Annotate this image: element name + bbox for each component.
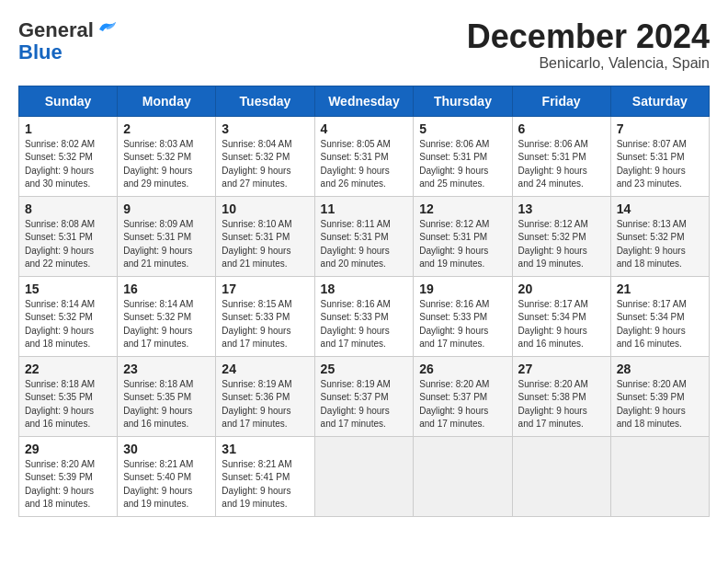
day-number: 11 [321, 201, 408, 216]
day-info: Sunrise: 8:04 AM Sunset: 5:32 PM Dayligh… [222, 138, 308, 191]
day-number: 7 [617, 121, 703, 136]
day-number: 16 [123, 282, 210, 296]
calendar-cell: 22Sunrise: 8:18 AM Sunset: 5:35 PM Dayli… [19, 356, 118, 436]
day-number: 20 [518, 282, 605, 296]
calendar-cell: 29Sunrise: 8:20 AM Sunset: 5:39 PM Dayli… [19, 436, 118, 516]
column-header-thursday: Thursday [414, 86, 512, 116]
column-header-monday: Monday [118, 86, 216, 116]
day-info: Sunrise: 8:21 AM Sunset: 5:40 PM Dayligh… [123, 458, 210, 511]
logo-blue: Blue [18, 40, 63, 64]
day-number: 6 [518, 121, 605, 136]
day-info: Sunrise: 8:17 AM Sunset: 5:34 PM Dayligh… [518, 298, 605, 351]
calendar-cell: 19Sunrise: 8:16 AM Sunset: 5:33 PM Dayli… [414, 276, 512, 356]
day-number: 8 [25, 201, 111, 216]
calendar-cell [314, 436, 414, 516]
calendar-cell: 3Sunrise: 8:04 AM Sunset: 5:32 PM Daylig… [216, 116, 314, 196]
day-info: Sunrise: 8:14 AM Sunset: 5:32 PM Dayligh… [123, 298, 210, 351]
calendar-week-1: 1Sunrise: 8:02 AM Sunset: 5:32 PM Daylig… [19, 116, 710, 196]
day-info: Sunrise: 8:13 AM Sunset: 5:32 PM Dayligh… [617, 218, 703, 271]
calendar-cell: 11Sunrise: 8:11 AM Sunset: 5:31 PM Dayli… [314, 196, 414, 276]
calendar-cell: 13Sunrise: 8:12 AM Sunset: 5:32 PM Dayli… [512, 196, 610, 276]
page-header: General Blue December 2024 Benicarlo, Va… [18, 18, 710, 72]
day-number: 21 [617, 282, 703, 296]
calendar-cell: 1Sunrise: 8:02 AM Sunset: 5:32 PM Daylig… [19, 116, 118, 196]
calendar-cell [512, 436, 610, 516]
calendar-cell: 14Sunrise: 8:13 AM Sunset: 5:32 PM Dayli… [610, 196, 709, 276]
calendar-cell: 12Sunrise: 8:12 AM Sunset: 5:31 PM Dayli… [414, 196, 512, 276]
column-header-wednesday: Wednesday [314, 86, 414, 116]
calendar-cell: 20Sunrise: 8:17 AM Sunset: 5:34 PM Dayli… [512, 276, 610, 356]
calendar-cell: 15Sunrise: 8:14 AM Sunset: 5:32 PM Dayli… [19, 276, 118, 356]
calendar-cell: 16Sunrise: 8:14 AM Sunset: 5:32 PM Dayli… [118, 276, 216, 356]
day-number: 28 [617, 362, 703, 376]
calendar-week-5: 29Sunrise: 8:20 AM Sunset: 5:39 PM Dayli… [19, 436, 710, 516]
calendar-cell: 10Sunrise: 8:10 AM Sunset: 5:31 PM Dayli… [216, 196, 314, 276]
calendar-cell: 4Sunrise: 8:05 AM Sunset: 5:31 PM Daylig… [314, 116, 414, 196]
day-number: 1 [25, 121, 111, 136]
day-number: 10 [222, 201, 308, 216]
calendar-week-3: 15Sunrise: 8:14 AM Sunset: 5:32 PM Dayli… [19, 276, 710, 356]
day-info: Sunrise: 8:12 AM Sunset: 5:32 PM Dayligh… [518, 218, 605, 271]
day-number: 27 [518, 362, 605, 376]
day-info: Sunrise: 8:19 AM Sunset: 5:37 PM Dayligh… [321, 378, 408, 431]
calendar-cell: 28Sunrise: 8:20 AM Sunset: 5:39 PM Dayli… [610, 356, 709, 436]
calendar-cell: 23Sunrise: 8:18 AM Sunset: 5:35 PM Dayli… [118, 356, 216, 436]
day-number: 5 [419, 121, 506, 136]
day-number: 26 [419, 362, 506, 376]
calendar-cell: 25Sunrise: 8:19 AM Sunset: 5:37 PM Dayli… [314, 356, 414, 436]
logo: General Blue [18, 18, 118, 64]
calendar-cell: 18Sunrise: 8:16 AM Sunset: 5:33 PM Dayli… [314, 276, 414, 356]
day-number: 4 [321, 121, 408, 136]
day-number: 12 [419, 201, 506, 216]
day-info: Sunrise: 8:20 AM Sunset: 5:37 PM Dayligh… [419, 378, 506, 431]
calendar-cell: 17Sunrise: 8:15 AM Sunset: 5:33 PM Dayli… [216, 276, 314, 356]
column-header-saturday: Saturday [610, 86, 709, 116]
day-info: Sunrise: 8:14 AM Sunset: 5:32 PM Dayligh… [25, 298, 111, 351]
day-number: 13 [518, 201, 605, 216]
calendar-cell: 2Sunrise: 8:03 AM Sunset: 5:32 PM Daylig… [118, 116, 216, 196]
calendar-body: 1Sunrise: 8:02 AM Sunset: 5:32 PM Daylig… [19, 116, 710, 516]
calendar-cell: 6Sunrise: 8:06 AM Sunset: 5:31 PM Daylig… [512, 116, 610, 196]
calendar-header-row: SundayMondayTuesdayWednesdayThursdayFrid… [19, 86, 710, 116]
calendar-week-2: 8Sunrise: 8:08 AM Sunset: 5:31 PM Daylig… [19, 196, 710, 276]
day-number: 19 [419, 282, 506, 296]
calendar-cell [414, 436, 512, 516]
day-number: 17 [222, 282, 308, 296]
logo-general: General [18, 18, 94, 42]
day-info: Sunrise: 8:20 AM Sunset: 5:39 PM Dayligh… [617, 378, 703, 431]
day-info: Sunrise: 8:09 AM Sunset: 5:31 PM Dayligh… [123, 218, 210, 271]
day-info: Sunrise: 8:12 AM Sunset: 5:31 PM Dayligh… [419, 218, 506, 271]
month-title: December 2024 [467, 18, 710, 55]
column-header-tuesday: Tuesday [216, 86, 314, 116]
day-number: 2 [123, 121, 210, 136]
day-info: Sunrise: 8:20 AM Sunset: 5:38 PM Dayligh… [518, 378, 605, 431]
day-number: 25 [321, 362, 408, 376]
day-info: Sunrise: 8:11 AM Sunset: 5:31 PM Dayligh… [321, 218, 408, 271]
calendar-table: SundayMondayTuesdayWednesdayThursdayFrid… [18, 86, 710, 517]
day-info: Sunrise: 8:18 AM Sunset: 5:35 PM Dayligh… [25, 378, 111, 431]
logo-bird-icon [97, 20, 118, 37]
day-info: Sunrise: 8:08 AM Sunset: 5:31 PM Dayligh… [25, 218, 111, 271]
day-number: 23 [123, 362, 210, 376]
day-info: Sunrise: 8:15 AM Sunset: 5:33 PM Dayligh… [222, 298, 308, 351]
day-number: 24 [222, 362, 308, 376]
calendar-cell: 9Sunrise: 8:09 AM Sunset: 5:31 PM Daylig… [118, 196, 216, 276]
day-number: 29 [25, 442, 111, 456]
day-number: 22 [25, 362, 111, 376]
calendar-cell: 5Sunrise: 8:06 AM Sunset: 5:31 PM Daylig… [414, 116, 512, 196]
day-number: 9 [123, 201, 210, 216]
day-number: 18 [321, 282, 408, 296]
day-info: Sunrise: 8:06 AM Sunset: 5:31 PM Dayligh… [518, 138, 605, 191]
day-info: Sunrise: 8:16 AM Sunset: 5:33 PM Dayligh… [419, 298, 506, 351]
column-header-friday: Friday [512, 86, 610, 116]
location: Benicarlo, Valencia, Spain [467, 55, 710, 72]
day-info: Sunrise: 8:21 AM Sunset: 5:41 PM Dayligh… [222, 458, 308, 511]
day-info: Sunrise: 8:10 AM Sunset: 5:31 PM Dayligh… [222, 218, 308, 271]
calendar-cell: 24Sunrise: 8:19 AM Sunset: 5:36 PM Dayli… [216, 356, 314, 436]
day-number: 3 [222, 121, 308, 136]
day-number: 31 [222, 442, 308, 456]
day-info: Sunrise: 8:05 AM Sunset: 5:31 PM Dayligh… [321, 138, 408, 191]
calendar-cell: 31Sunrise: 8:21 AM Sunset: 5:41 PM Dayli… [216, 436, 314, 516]
day-number: 14 [617, 201, 703, 216]
day-info: Sunrise: 8:17 AM Sunset: 5:34 PM Dayligh… [617, 298, 703, 351]
